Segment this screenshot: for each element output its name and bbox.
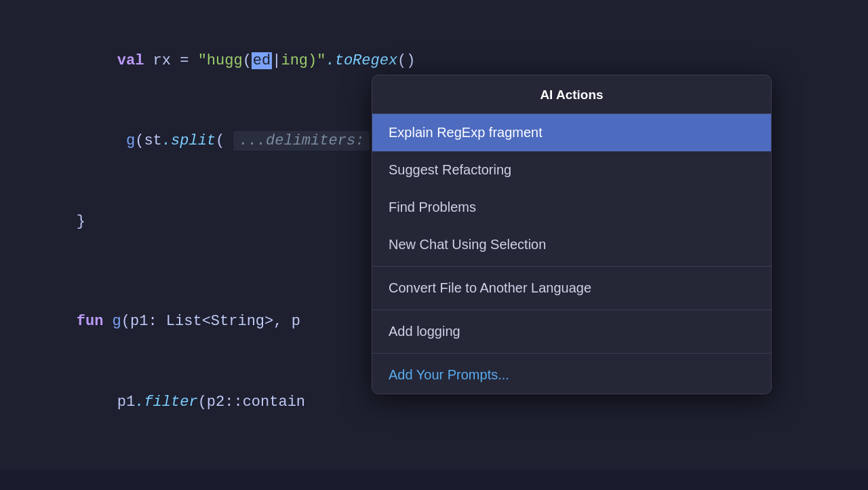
str-open: "hugg — [198, 52, 243, 69]
menu-item-prompts[interactable]: Add Your Prompts... — [372, 356, 771, 394]
fn-g: g — [117, 132, 135, 149]
str-close: ing)" — [281, 52, 326, 69]
method-toregex: .toRegex — [326, 52, 397, 69]
menu-item-logging[interactable]: Add logging — [372, 313, 771, 350]
menu-item-refactor[interactable]: Suggest Refactoring — [372, 151, 771, 189]
cursor-ed: ed — [252, 52, 272, 69]
menu-item-convert[interactable]: Convert File to Another Language — [372, 269, 771, 307]
ai-actions-popup: AI Actions Explain RegExp fragment Sugge… — [372, 75, 772, 394]
keyword-val: val — [117, 52, 144, 69]
divider-1 — [372, 266, 771, 267]
var-rx: rx = — [144, 52, 197, 69]
popup-title: AI Actions — [372, 75, 771, 114]
menu-item-newchat[interactable]: New Chat Using Selection — [372, 226, 771, 263]
divider-3 — [372, 353, 771, 354]
menu-item-problems[interactable]: Find Problems — [372, 189, 771, 226]
hint-delimiters: ...delimiters: — [233, 131, 370, 151]
menu-item-explain[interactable]: Explain RegExp fragment — [372, 114, 771, 151]
status-bar — [0, 470, 868, 490]
divider-2 — [372, 309, 771, 310]
